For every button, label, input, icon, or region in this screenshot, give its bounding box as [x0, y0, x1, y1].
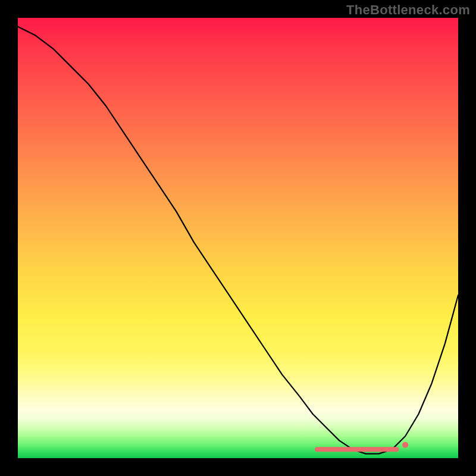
- curve-svg: [18, 18, 458, 458]
- chart-frame: TheBottleneck.com: [0, 0, 476, 476]
- bottleneck-curve: [18, 27, 458, 454]
- watermark-text: TheBottleneck.com: [346, 2, 470, 18]
- plot-area: [18, 18, 458, 458]
- optimal-point-marker: [402, 442, 408, 448]
